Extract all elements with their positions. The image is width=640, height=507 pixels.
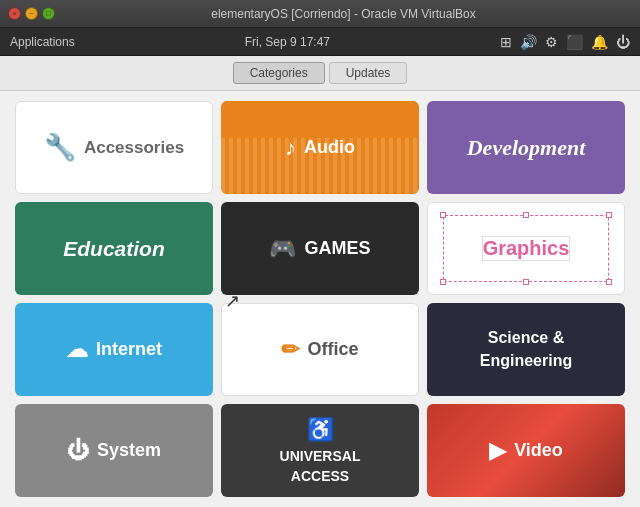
network-icon: ⊞ [500,34,512,50]
maximize-button[interactable]: □ [42,7,55,20]
tile-internet-label: ☁ Internet [66,337,162,363]
tile-education-label: Education [63,237,165,261]
tile-video-label: ▶ Video [489,438,563,464]
tile-universal[interactable]: ♿ UNIVERSAL ACCESS [221,404,419,497]
tile-games-label: 🎮 GAMES [269,236,370,262]
tile-graphics-label: Graphics [482,236,571,261]
tile-internet[interactable]: ☁ Internet [15,303,213,396]
titlebar: × − □ elementaryOS [Corriendo] - Oracle … [0,0,640,28]
settings-icon[interactable]: ⚙ [545,34,558,50]
power-icon[interactable]: ⏻ [616,34,630,50]
corner-tm [523,212,529,218]
games-icon: 🎮 [269,236,296,262]
app-grid: 🔧 Accessories ♪ Audio Development Educat… [0,91,640,507]
notification-icon[interactable]: 🔔 [591,34,608,50]
tile-accessories[interactable]: 🔧 Accessories [15,101,213,194]
tile-audio[interactable]: ♪ Audio [221,101,419,194]
tile-education[interactable]: Education [15,202,213,295]
volume-icon[interactable]: 🔊 [520,34,537,50]
corner-bl [440,279,446,285]
apps-menu[interactable]: Applications [10,35,75,49]
corner-br [606,279,612,285]
tab-categories[interactable]: Categories [233,62,325,84]
tile-games[interactable]: 🎮 GAMES [221,202,419,295]
system-icon: ⏻ [67,438,89,464]
taskbar: Applications Fri, Sep 9 17:47 ⊞ 🔊 ⚙ ⬛ 🔔 … [0,28,640,56]
video-icon: ▶ [489,438,506,464]
tile-universal-label: ♿ UNIVERSAL ACCESS [280,416,361,485]
window-title: elementaryOS [Corriendo] - Oracle VM Vir… [55,7,632,21]
tile-office[interactable]: ✏ Office [221,303,419,396]
accessories-icon: 🔧 [44,132,76,163]
tile-accessories-label: 🔧 Accessories [44,132,184,163]
tile-science-label: Science & Engineering [480,328,572,372]
close-button[interactable]: × [8,7,21,20]
system-tray: ⊞ 🔊 ⚙ ⬛ 🔔 ⏻ [500,34,630,50]
office-icon: ✏ [281,337,299,363]
window-controls[interactable]: × − □ [8,7,55,20]
datetime-display: Fri, Sep 9 17:47 [75,35,500,49]
tile-audio-label: ♪ Audio [285,135,355,161]
tile-system[interactable]: ⏻ System [15,404,213,497]
minimize-button[interactable]: − [25,7,38,20]
tile-graphics[interactable]: Graphics [427,202,625,295]
tile-office-label: ✏ Office [281,337,358,363]
screen-icon[interactable]: ⬛ [566,34,583,50]
audio-icon: ♪ [285,135,296,161]
internet-icon: ☁ [66,337,88,363]
tile-development-label: Development [467,135,586,161]
corner-bm [523,279,529,285]
app-window: Categories Updates 🔧 Accessories ♪ Audio… [0,56,640,507]
corner-tr [606,212,612,218]
tile-science[interactable]: Science & Engineering [427,303,625,396]
tab-updates[interactable]: Updates [329,62,408,84]
tile-video[interactable]: ▶ Video [427,404,625,497]
tile-system-label: ⏻ System [67,438,161,464]
toolbar: Categories Updates [0,56,640,91]
corner-tl [440,212,446,218]
tile-development[interactable]: Development [427,101,625,194]
universal-icon: ♿ [307,416,334,445]
